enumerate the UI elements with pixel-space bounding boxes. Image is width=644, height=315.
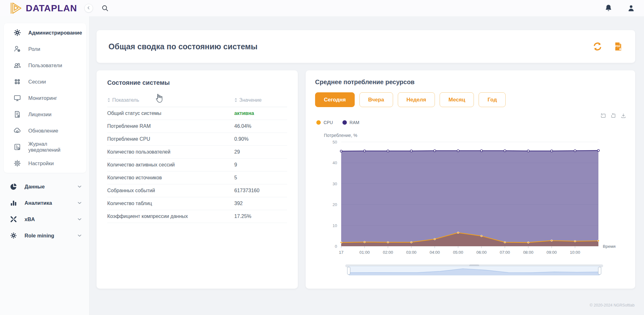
- svg-text:30: 30: [333, 182, 337, 186]
- svg-text:04:00: 04:00: [430, 250, 440, 255]
- sidebar-item-label: Журнал уведомлений: [28, 141, 79, 153]
- metric-value: 617373160: [234, 188, 287, 193]
- table-row: Количество активных сессий9: [107, 159, 287, 171]
- search-icon[interactable]: [101, 4, 109, 12]
- settings-icon: [13, 159, 21, 167]
- column-header-label: Значение: [239, 97, 262, 103]
- sidebar: АдминистрированиеРолиПользователиСессииМ…: [0, 16, 90, 315]
- sort-header[interactable]: Показатель: [107, 97, 234, 103]
- logo[interactable]: DATAPLAN: [0, 2, 79, 14]
- period-button-неделя[interactable]: Неделя: [398, 92, 435, 107]
- sidebar-group-data[interactable]: Данные: [0, 178, 89, 195]
- legend-item-cpu[interactable]: CPU: [316, 120, 333, 125]
- sort-header[interactable]: Значение: [234, 97, 287, 103]
- metric-value: 17.25%: [234, 214, 287, 219]
- bell-icon[interactable]: [604, 4, 613, 12]
- metric-value: 9: [234, 162, 287, 168]
- sidebar-groups: ДанныеАналитикаxBARole mining: [0, 178, 89, 244]
- update-icon: [13, 127, 21, 135]
- restore-icon[interactable]: [610, 113, 616, 119]
- table-row: Количество пользователей29: [107, 146, 287, 159]
- copyright: © 2020-2024 NGRSoftlab: [590, 303, 635, 307]
- metric-value: 46.04%: [234, 123, 287, 129]
- page-title-card: Общая сводка по состоянию системы PDF: [97, 30, 635, 63]
- users-icon: [13, 61, 21, 69]
- sort-icon: [107, 98, 110, 102]
- sidebar-item-monitoring[interactable]: Мониторинг: [4, 90, 86, 106]
- metric-value: активна: [234, 111, 287, 116]
- period-button-месяц[interactable]: Месяц: [440, 92, 474, 107]
- svg-text:08:00: 08:00: [523, 250, 534, 255]
- metric-label: Потребление RAM: [107, 123, 234, 129]
- svg-text:10:00: 10:00: [570, 250, 580, 255]
- legend-item-ram[interactable]: RAM: [342, 120, 359, 125]
- resources-chart-card: Среднее потребление ресурсов СегодняВчер…: [306, 70, 635, 289]
- metric-value: 392: [234, 201, 287, 206]
- period-button-год[interactable]: Год: [479, 92, 506, 107]
- sidebar-item-settings[interactable]: Настройки: [4, 155, 86, 171]
- data-icon: [9, 182, 18, 191]
- download-icon[interactable]: [620, 113, 626, 119]
- metric-value: 5: [234, 175, 287, 181]
- legend-dot: [342, 120, 347, 125]
- table-row: Коэффициент компрессии данных17.25%: [107, 210, 287, 223]
- table-row: Собранных событий617373160: [107, 184, 287, 197]
- sidebar-item-notifications-journal[interactable]: Журнал уведомлений: [4, 139, 86, 155]
- page-actions: PDF: [592, 41, 623, 52]
- sidebar-item-licenses[interactable]: Лицензии: [4, 106, 86, 122]
- sidebar-collapse-button[interactable]: [84, 4, 93, 13]
- sidebar-item-users[interactable]: Пользователи: [4, 57, 86, 73]
- sidebar-item-label: Сессии: [28, 79, 46, 85]
- sidebar-group-label: xBA: [25, 216, 35, 222]
- export-pdf-button[interactable]: PDF: [613, 41, 623, 52]
- zoom-box-icon[interactable]: [600, 113, 606, 119]
- sidebar-group-analytics[interactable]: Аналитика: [0, 195, 89, 211]
- table-row: Потребление CPU0.90%: [107, 133, 287, 146]
- sidebar-item-roles[interactable]: Роли: [4, 41, 86, 57]
- sidebar-group-role-mining[interactable]: Role mining: [0, 227, 89, 244]
- datazoom-slider[interactable]: [348, 266, 600, 275]
- column-header-metric: Показатель: [107, 97, 234, 103]
- chevron-down-icon: [77, 184, 82, 189]
- sidebar-item-label: Пользователи: [28, 62, 62, 68]
- brand-name: DATAPLAN: [26, 3, 77, 14]
- metric-label: Количество таблиц: [107, 201, 234, 206]
- metric-value: 29: [234, 149, 287, 155]
- refresh-button[interactable]: [592, 41, 602, 52]
- svg-text:02:00: 02:00: [383, 250, 393, 255]
- sidebar-item-sessions[interactable]: Сессии: [4, 73, 86, 90]
- roles-icon: [13, 45, 21, 53]
- datazoom-handle-right[interactable]: [598, 267, 601, 274]
- chart-card-title: Среднее потребление ресурсов: [315, 79, 414, 86]
- license-icon: [13, 110, 21, 118]
- system-status-card: Состояние системы ПоказательЗначениеОбщи…: [97, 70, 298, 289]
- user-avatar-icon[interactable]: [627, 4, 635, 12]
- chevron-left-icon: [86, 5, 91, 11]
- metric-label: Количество активных сессий: [107, 162, 234, 168]
- svg-text:40: 40: [333, 160, 337, 165]
- sidebar-item-update[interactable]: Обновление: [4, 122, 86, 139]
- period-button-вчера[interactable]: Вчера: [359, 92, 393, 107]
- role-mining-icon: [9, 231, 18, 240]
- svg-text:PDF: PDF: [615, 45, 620, 48]
- period-button-сегодня[interactable]: Сегодня: [315, 92, 355, 107]
- period-filter: СегодняВчераНеделяМесяцГод: [315, 92, 506, 107]
- svg-text:03:00: 03:00: [406, 250, 417, 255]
- monitor-icon: [13, 94, 21, 102]
- gear-icon: [13, 29, 21, 37]
- svg-text:0: 0: [335, 244, 337, 249]
- metric-label: Коэффициент компрессии данных: [107, 214, 234, 219]
- area-chart-plot[interactable]: Потребление, %010203040501701:0002:0003:…: [310, 132, 621, 258]
- metric-label: Количество пользователей: [107, 149, 234, 155]
- table-row: Количество таблиц392: [107, 197, 287, 210]
- datazoom-handle-left[interactable]: [347, 267, 350, 274]
- table-row: Количество источников5: [107, 171, 287, 184]
- top-header: DATAPLAN: [0, 0, 644, 16]
- sidebar-item-label: Обновление: [28, 128, 58, 134]
- sidebar-group-administration[interactable]: Администрирование: [4, 24, 86, 41]
- metric-label: Потребление CPU: [107, 136, 234, 142]
- sidebar-group-xba[interactable]: xBA: [0, 211, 89, 227]
- status-table-header: ПоказательЗначение: [107, 93, 287, 107]
- chart-datazoom: [348, 264, 600, 277]
- app-root: DATAPLAN АдминистрированиеРолиПользовате…: [0, 0, 644, 315]
